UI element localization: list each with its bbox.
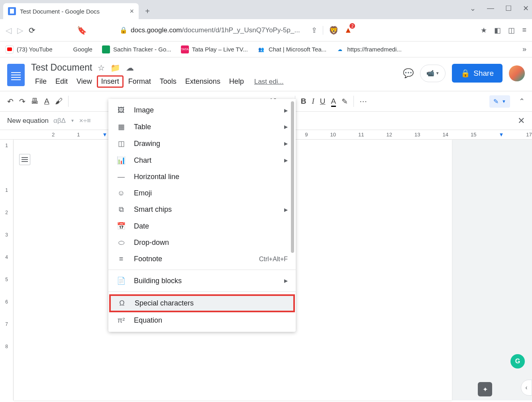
address-bar[interactable]: 🔒 docs.google.com/document/d/1hP_y_UsnQ7… (116, 23, 303, 37)
indent-marker[interactable]: ▼ (102, 132, 107, 138)
spellcheck-button[interactable]: A (44, 97, 49, 106)
bookmark-page-icon[interactable]: 🔖 (77, 26, 87, 35)
underline-button[interactable]: U (320, 97, 326, 106)
insert-menu-table[interactable]: ▦Table▶ (108, 118, 296, 135)
menu-help[interactable]: Help (225, 76, 248, 87)
extensions-icon[interactable]: ★ (481, 26, 487, 35)
vertical-ruler[interactable]: 1 1 2 3 4 5 6 7 8 (0, 140, 14, 400)
print-button[interactable]: 🖶 (31, 97, 39, 106)
bold-button[interactable]: B (301, 97, 306, 106)
chevron-down-icon[interactable]: ⌄ (470, 4, 476, 13)
new-tab-button[interactable]: + (142, 6, 153, 17)
insert-menu-smart-chips[interactable]: ⧉Smart chips▶ (108, 201, 296, 218)
window-controls: ⌄ — ☐ ✕ (470, 4, 529, 13)
grammarly-button[interactable]: G (510, 354, 525, 368)
share-url-icon[interactable]: ⇪ (311, 26, 317, 35)
insert-menu-drawing[interactable]: ◫Drawing▶ (108, 135, 296, 152)
italic-button[interactable]: I (312, 97, 314, 106)
explore-button[interactable]: ✦ (478, 382, 492, 396)
undo-button[interactable]: ↶ (7, 97, 14, 106)
insert-menu-chart[interactable]: 📊Chart▶ (108, 152, 296, 169)
bookmark-youtube[interactable]: (73) YouTube (6, 45, 53, 53)
chips-icon: ⧉ (116, 205, 126, 214)
insert-menu-date[interactable]: 📅Date (108, 218, 296, 235)
meet-button[interactable]: 📹 ▼ (420, 65, 446, 82)
highlight-button[interactable]: ✎ (342, 97, 348, 106)
insert-menu-building-blocks[interactable]: 📄Building blocks▶ (108, 272, 296, 289)
browser-tab-strip: Test Document - Google Docs × + ⌄ — ☐ ✕ (0, 0, 532, 19)
brave-shield-icon[interactable]: 🦁 (329, 26, 339, 35)
paint-format-button[interactable]: 🖌 (55, 97, 63, 106)
insert-menu-equation[interactable]: π²Equation (108, 312, 296, 329)
account-avatar[interactable] (509, 65, 525, 81)
menu-insert[interactable]: Insert (97, 75, 124, 88)
star-icon[interactable]: ☆ (98, 63, 105, 73)
menu-extensions[interactable]: Extensions (181, 76, 224, 87)
sidebar-icon[interactable]: ◧ (494, 26, 501, 35)
chevron-down-icon: ▼ (502, 99, 506, 104)
insert-menu-footnote[interactable]: ≡FootnoteCtrl+Alt+F (108, 251, 296, 267)
hide-menus-button[interactable]: ⌃ (519, 97, 525, 106)
bookmarks-overflow-button[interactable]: » (522, 45, 526, 53)
table-icon: ▦ (116, 122, 126, 131)
menu-item-label: Chart (134, 156, 151, 165)
forward-button[interactable]: ▷ (17, 26, 23, 35)
redo-button[interactable]: ↷ (19, 97, 26, 106)
minimize-button[interactable]: — (487, 4, 494, 13)
browser-tab[interactable]: Test Document - Google Docs × (3, 3, 139, 19)
submenu-arrow-icon: ▶ (284, 158, 288, 163)
insert-menu-horizontal-line[interactable]: —Horizontal line (108, 169, 296, 185)
greek-letters-button[interactable]: αβΔ (53, 117, 66, 125)
wallet-icon[interactable]: ◫ (508, 26, 515, 35)
document-outline-button[interactable] (19, 154, 30, 165)
menu-view[interactable]: View (73, 76, 96, 87)
docs-logo[interactable] (7, 64, 25, 86)
operators-button[interactable]: ×÷≡ (79, 117, 91, 125)
move-icon[interactable]: 📁 (110, 63, 120, 73)
text-color-button[interactable]: A (331, 97, 336, 106)
bookmark-google[interactable]: GGoogle (62, 45, 92, 53)
menu-edit[interactable]: Edit (51, 76, 72, 87)
cloud-status-icon[interactable]: ☁ (126, 63, 134, 73)
menu-tools[interactable]: Tools (156, 76, 181, 87)
date-icon: 📅 (116, 222, 126, 231)
more-toolbar-button[interactable]: ⋯ (359, 97, 367, 106)
reload-button[interactable]: ⟳ (29, 26, 35, 35)
bookmark-teams[interactable]: 👥Chat | Microsoft Tea... (257, 45, 326, 53)
share-button[interactable]: 🔒 Share (452, 64, 503, 83)
right-indent-marker[interactable]: ▼ (499, 132, 504, 138)
insert-menu-dropdown: 🖼Image▶▦Table▶◫Drawing▶📊Chart▶—Horizonta… (108, 99, 296, 332)
menu-item-label: Table (134, 123, 151, 131)
url-text: docs.google.com/document/d/1hP_y_UsnQ7Yo… (131, 26, 300, 34)
insert-menu-image[interactable]: 🖼Image▶ (108, 102, 296, 118)
last-edit-link[interactable]: Last edi... (254, 78, 284, 86)
image-icon: 🖼 (116, 106, 126, 114)
menu-item-label: Image (134, 106, 154, 114)
close-window-button[interactable]: ✕ (523, 4, 529, 13)
hr-icon: — (116, 173, 126, 181)
menu-file[interactable]: File (31, 76, 51, 87)
browser-toolbar: ◁ ▷ ⟳ 🔖 🔒 docs.google.com/document/d/1hP… (0, 19, 532, 41)
side-panel-toggle[interactable]: ‹ (521, 380, 532, 396)
document-title[interactable]: Test Document (31, 62, 92, 73)
editing-mode-button[interactable]: ✎ ▼ (489, 95, 510, 108)
insert-menu-emoji[interactable]: ☺Emoji (108, 185, 296, 201)
bookmark-framedmedi[interactable]: ☁https://framedmedi... (336, 45, 402, 53)
menu-item-label: Horizontal line (134, 173, 179, 181)
brave-rewards-icon[interactable]: ▲ 2 (344, 26, 352, 35)
new-equation-button[interactable]: New equation (7, 117, 49, 125)
close-tab-button[interactable]: × (130, 7, 134, 16)
insert-menu-special-characters[interactable]: ΩSpecial characters (109, 294, 295, 312)
bookmark-tracker[interactable]: Sachin Tracker - Go... (102, 45, 171, 53)
back-button[interactable]: ◁ (6, 26, 12, 35)
sheets-icon (102, 45, 110, 53)
menu-format[interactable]: Format (124, 76, 155, 87)
comment-history-button[interactable]: 💬 (403, 68, 414, 79)
emoji-icon: ☺ (116, 189, 126, 197)
menu-item-label: Drop-down (134, 238, 169, 247)
insert-menu-drop-down[interactable]: ⬭Drop-down (108, 235, 296, 251)
bookmark-tata[interactable]: TATATata Play – Live TV... (181, 45, 248, 53)
browser-menu-icon[interactable]: ≡ (522, 26, 526, 34)
maximize-button[interactable]: ☐ (505, 4, 512, 13)
close-equation-bar-button[interactable]: ✕ (518, 116, 525, 126)
